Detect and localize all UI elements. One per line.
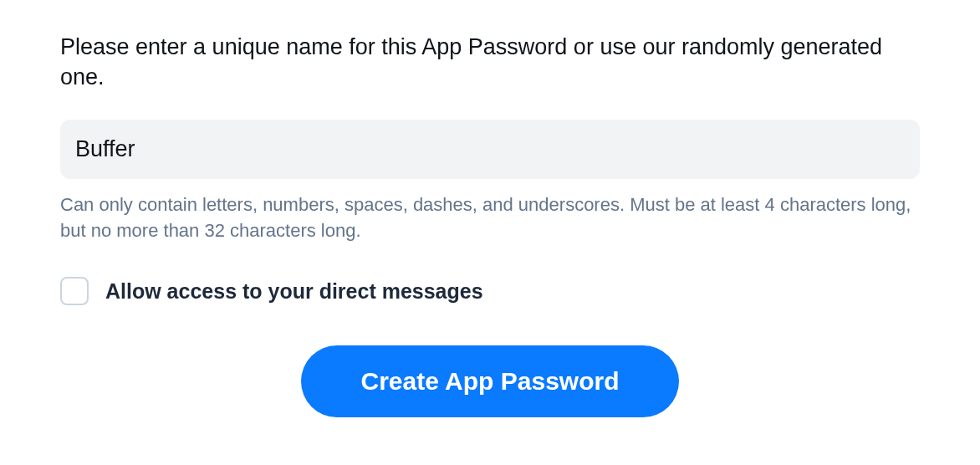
input-hint-text: Can only contain letters, numbers, space…	[60, 192, 920, 244]
allow-dm-label: Allow access to your direct messages	[105, 279, 483, 304]
allow-dm-checkbox[interactable]	[60, 277, 89, 305]
submit-row: Create App Password	[60, 345, 920, 417]
create-app-password-button[interactable]: Create App Password	[301, 345, 680, 417]
allow-dm-row[interactable]: Allow access to your direct messages	[60, 277, 920, 305]
instruction-text: Please enter a unique name for this App …	[60, 32, 920, 93]
app-password-name-input[interactable]	[60, 120, 920, 179]
